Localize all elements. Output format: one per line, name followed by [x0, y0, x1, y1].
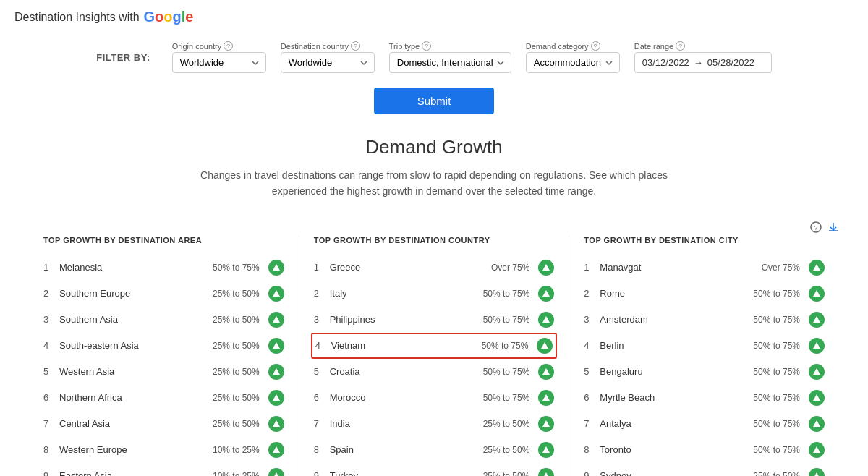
date-range-help-icon[interactable]: ? — [676, 41, 685, 51]
growth-up-icon — [809, 416, 825, 432]
table-action-icons: ? — [810, 221, 839, 235]
table-row: 7 India 25% to 50% — [314, 411, 555, 437]
row-name: Berlin — [600, 340, 750, 351]
date-end: 05/28/2022 — [707, 57, 754, 68]
demand-category-help-icon[interactable]: ? — [591, 41, 600, 51]
growth-up-icon — [538, 364, 554, 380]
origin-country-help-icon[interactable]: ? — [224, 41, 233, 51]
row-value: 25% to 50% — [213, 419, 260, 429]
destination-country-select[interactable]: Worldwide — [281, 52, 375, 73]
row-name: Eastern Asia — [59, 470, 210, 476]
row-number: 7 — [314, 418, 327, 429]
row-value: 50% to 75% — [753, 315, 800, 325]
row-number: 7 — [584, 418, 597, 429]
table-row: 5 Western Asia 25% to 50% — [43, 359, 284, 385]
help-icon[interactable]: ? — [810, 221, 822, 235]
row-value: 25% to 50% — [213, 393, 260, 403]
row-number: 2 — [43, 288, 56, 299]
row-number: 2 — [314, 288, 327, 299]
date-arrow-icon: → — [694, 57, 703, 68]
svg-marker-6 — [273, 368, 280, 375]
trip-type-select[interactable]: Domestic, International — [389, 52, 511, 73]
demand-category-label: Demand category ? — [526, 41, 620, 51]
growth-up-icon — [268, 468, 284, 476]
row-name: Greece — [330, 262, 488, 273]
trip-type-help-icon[interactable]: ? — [422, 41, 431, 51]
download-icon[interactable] — [827, 221, 839, 235]
table-row: 8 Spain 25% to 50% — [314, 437, 555, 463]
row-name: Central Asia — [59, 418, 210, 429]
row-name: Western Europe — [59, 444, 210, 455]
growth-up-icon — [538, 442, 554, 458]
table-row: 6 Myrtle Beach 50% to 75% — [584, 385, 825, 411]
row-name: South-eastern Asia — [59, 340, 210, 351]
destination-country-filter: Destination country ? Worldwide — [281, 41, 375, 73]
row-name: Philippines — [330, 314, 480, 325]
row-number: 3 — [584, 314, 597, 325]
row-name: Vietnam — [331, 340, 479, 351]
row-value: 25% to 50% — [213, 315, 260, 325]
origin-country-select[interactable]: Worldwide — [172, 52, 266, 73]
row-number: 5 — [314, 366, 327, 377]
table-row: 4 South-eastern Asia 25% to 50% — [43, 333, 284, 359]
row-name: Toronto — [600, 444, 750, 455]
row-name: Croatia — [330, 366, 480, 377]
svg-marker-3 — [273, 290, 280, 297]
row-value: 10% to 25% — [213, 471, 260, 476]
table-row: 8 Toronto 50% to 75% — [584, 437, 825, 463]
svg-marker-30 — [813, 472, 820, 476]
growth-up-icon — [538, 312, 554, 328]
table-row: 3 Amsterdam 50% to 75% — [584, 307, 825, 333]
growth-up-icon — [268, 390, 284, 406]
date-range-input[interactable]: 03/12/2022 → 05/28/2022 — [634, 52, 772, 73]
table-row: 3 Philippines 50% to 75% — [314, 307, 555, 333]
svg-marker-24 — [813, 316, 820, 323]
row-name: Sydney — [600, 470, 750, 476]
table-row: 2 Italy 50% to 75% — [314, 281, 555, 307]
table-row: 7 Central Asia 25% to 50% — [43, 411, 284, 437]
header-title: Destination Insights with — [14, 11, 140, 24]
table-row: 7 Antalya 50% to 75% — [584, 411, 825, 437]
submit-button[interactable]: Submit — [374, 88, 495, 114]
row-value: 50% to 75% — [483, 315, 530, 325]
row-name: Melanesia — [59, 262, 210, 273]
svg-marker-26 — [813, 368, 820, 375]
trip-type-label: Trip type ? — [389, 41, 511, 51]
header: Destination Insights with Google — [0, 0, 868, 34]
svg-marker-19 — [542, 446, 550, 453]
row-name: Myrtle Beach — [600, 392, 750, 403]
row-value: 10% to 25% — [213, 445, 260, 455]
growth-up-icon — [538, 390, 554, 406]
demand-category-filter: Demand category ? Accommodation — [526, 41, 620, 73]
row-value: 25% to 50% — [213, 367, 260, 377]
table-row: 1 Greece Over 75% — [314, 255, 555, 281]
row-number: 6 — [584, 392, 597, 403]
demand-category-select[interactable]: Accommodation — [526, 52, 620, 73]
growth-up-icon — [537, 338, 553, 354]
growth-up-icon — [809, 338, 825, 354]
row-value: 50% to 75% — [753, 445, 800, 455]
row-value: 25% to 50% — [213, 341, 260, 351]
country-table-rows: 1 Greece Over 75% 2 Italy 50% to 75% — [314, 255, 555, 476]
growth-up-icon — [809, 390, 825, 406]
svg-marker-8 — [273, 420, 280, 427]
row-number: 4 — [315, 340, 328, 351]
row-number: 9 — [43, 470, 56, 476]
growth-up-icon — [268, 312, 284, 328]
growth-up-icon — [809, 286, 825, 302]
svg-marker-16 — [542, 368, 550, 375]
growth-up-icon — [268, 338, 284, 354]
growth-up-icon — [809, 312, 825, 328]
svg-marker-29 — [813, 446, 820, 453]
svg-marker-7 — [273, 394, 280, 401]
row-number: 6 — [314, 392, 327, 403]
row-name: Southern Europe — [59, 288, 210, 299]
growth-up-icon — [538, 260, 554, 276]
row-value: 50% to 75% — [753, 341, 800, 351]
growth-up-icon — [809, 364, 825, 380]
destination-country-help-icon[interactable]: ? — [351, 41, 360, 51]
row-number: 1 — [43, 262, 56, 273]
row-number: 3 — [43, 314, 56, 325]
row-number: 8 — [43, 444, 56, 455]
row-number: 2 — [584, 288, 597, 299]
